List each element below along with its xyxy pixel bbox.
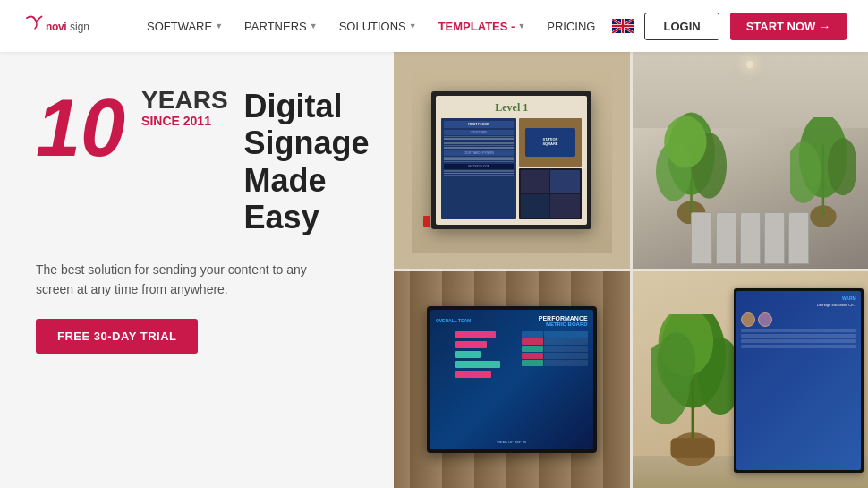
text-row-2 [741, 334, 856, 338]
nav-partners[interactable]: PARTNERS ▼ [235, 14, 327, 39]
nav-right: LOGIN START NOW → [612, 13, 847, 40]
metric-week: WEEK OF SEP 06 [436, 440, 588, 444]
chair-3 [740, 212, 761, 264]
indoor-screen-title: WARM [741, 295, 856, 301]
svg-point-21 [657, 332, 695, 393]
hero-subtitle: The best solution for sending your conte… [36, 260, 340, 300]
chair-1 [691, 212, 711, 264]
login-button[interactable]: LOGIN [644, 13, 719, 40]
chairs-row [691, 199, 809, 264]
since-text: SINCE 2011 [141, 113, 227, 131]
dropdown-arrow-templates: ▼ [517, 21, 525, 30]
chair-2 [716, 212, 736, 264]
nav-links: SOFTWARE ▼ PARTNERS ▼ SOLUTIONS ▼ TEMPLA… [138, 14, 612, 39]
image-metric-board: OVERALL TEAM PERFORMANCE METRIC BOARD [394, 271, 630, 488]
hero-number: 10 [36, 88, 125, 168]
text-row-4 [741, 345, 856, 348]
image-grid: Level 1 FIRST FLOOR COURTYARD [394, 52, 868, 488]
svg-text:novi: novi [46, 21, 66, 33]
text-row-1 [741, 329, 856, 332]
screen-text-rows [741, 329, 856, 466]
svg-text:sign: sign [70, 21, 89, 33]
wood-wall-bg: OVERALL TEAM PERFORMANCE METRIC BOARD [394, 271, 630, 488]
people-photos [741, 312, 856, 327]
navbar: novi sign SOFTWARE ▼ PARTNERS ▼ SOLUTION… [0, 0, 868, 52]
tv-frame-metric: OVERALL TEAM PERFORMANCE METRIC BOARD [427, 306, 597, 454]
indoor-screen: WARM Lakridge Education Ch... [736, 291, 861, 470]
indoor-plant [651, 314, 734, 488]
years-text: YEARS [141, 88, 227, 113]
image-conference-room [633, 52, 869, 269]
hero-number-row: 10 YEARS SINCE 2011 DigitalSignageMade E… [36, 88, 367, 236]
metric-title: PERFORMANCE [539, 315, 588, 321]
chair-4 [764, 212, 785, 264]
image-indoor-plant: WARM Lakridge Education Ch... [633, 271, 869, 488]
nav-software[interactable]: SOFTWARE ▼ [138, 14, 232, 39]
dropdown-arrow-partners: ▼ [310, 21, 318, 30]
ceiling-light [746, 61, 753, 68]
metric-subtitle: METRIC BOARD [539, 321, 588, 327]
indoor-room-bg: WARM Lakridge Education Ch... [633, 271, 869, 488]
hero-title: DigitalSignageMade Easy [244, 88, 370, 236]
start-now-button[interactable]: START NOW → [730, 13, 847, 40]
metric-screen: OVERALL TEAM PERFORMANCE METRIC BOARD [430, 310, 593, 450]
indoor-screen-subtitle: Lakridge Education Ch... [741, 303, 856, 307]
hero-panel: 10 YEARS SINCE 2011 DigitalSignageMade E… [0, 52, 394, 488]
nav-templates[interactable]: TEMPLATES - ▼ [430, 14, 535, 39]
chair-5 [788, 212, 809, 264]
nav-pricing[interactable]: PRICING [538, 14, 604, 39]
main-content: 10 YEARS SINCE 2011 DigitalSignageMade E… [0, 52, 868, 488]
indoor-screen-frame: WARM Lakridge Education Ch... [734, 288, 864, 473]
person-2 [758, 312, 772, 327]
nav-solutions[interactable]: SOLUTIONS ▼ [330, 14, 426, 39]
svg-rect-15 [670, 439, 714, 458]
person-1 [741, 312, 755, 327]
dropdown-arrow-software: ▼ [215, 21, 223, 30]
directory-display-inner: Level 1 FIRST FLOOR COURTYARD [412, 68, 612, 253]
trial-button[interactable]: FREE 30-DAY TRIAL [36, 319, 198, 354]
language-selector[interactable] [612, 19, 634, 33]
text-row-3 [741, 339, 856, 343]
svg-point-8 [664, 116, 706, 167]
logo[interactable]: novi sign [21, 10, 102, 42]
image-directory: Level 1 FIRST FLOOR COURTYARD [394, 52, 630, 269]
dropdown-arrow-solutions: ▼ [409, 21, 417, 30]
conference-room-bg [633, 52, 869, 269]
